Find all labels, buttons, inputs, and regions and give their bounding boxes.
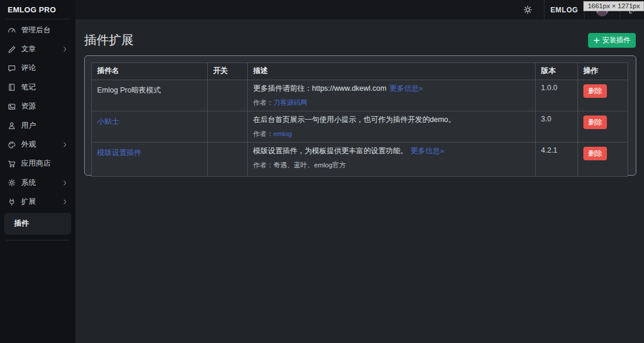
sidebar-item-app-store[interactable]: 应用商店 xyxy=(0,154,75,173)
palette-icon xyxy=(8,141,16,149)
column-header-name: 插件名 xyxy=(92,63,208,80)
theme-toggle-button[interactable] xyxy=(511,0,544,19)
sidebar-item-articles[interactable]: 文章 xyxy=(0,39,75,58)
chevron-right-icon xyxy=(62,180,68,186)
plugin-name[interactable]: 模版设置插件 xyxy=(92,143,208,177)
plugin-version: 4.2.1 xyxy=(536,143,578,177)
main-content: 插件扩展 安装插件 插件名 开关 描述 版本 操作 Emlog Pr xyxy=(75,19,644,343)
sidebar-item-label: 用户 xyxy=(21,121,36,131)
sidebar-item-label: 管理后台 xyxy=(21,25,51,35)
sidebar: EMLOG PRO 管理后台 文章 评论 笔记 资源 用户 外 xyxy=(0,0,75,343)
more-info-link[interactable]: 更多信息» xyxy=(389,84,423,93)
user-icon xyxy=(8,121,16,130)
sidebar-item-label: 评论 xyxy=(21,63,36,73)
sidebar-item-label: 扩展 xyxy=(21,197,36,207)
comment-icon xyxy=(8,64,16,72)
sidebar-item-extensions[interactable]: 扩展 xyxy=(0,193,75,212)
gear-icon xyxy=(8,179,16,187)
page-title: 插件扩展 xyxy=(84,32,134,48)
table-header-row: 插件名 开关 描述 版本 操作 xyxy=(92,63,628,80)
extensions-submenu: 插件 xyxy=(4,213,71,235)
delete-button[interactable]: 删除 xyxy=(583,84,607,98)
sidebar-item-label: 资源 xyxy=(21,101,36,111)
plugin-author-line: 作者：emlog xyxy=(253,130,530,138)
column-header-switch: 开关 xyxy=(208,63,248,80)
page-header: 插件扩展 安装插件 xyxy=(84,29,636,51)
chevron-right-icon xyxy=(62,47,68,52)
plugin-author-line: 作者：奇遇、蓝叶、emlog官方 xyxy=(253,161,530,170)
viewport-size-tooltip: 1661px × 1271px xyxy=(583,1,644,11)
sidebar-item-comments[interactable]: 评论 xyxy=(0,59,75,78)
plugin-description: 在后台首页展示一句使用小提示，也可作为插件开发的demo。 xyxy=(253,115,530,125)
sidebar-item-label: 笔记 xyxy=(21,83,36,93)
column-header-desc: 描述 xyxy=(248,63,536,80)
plugin-author-line: 作者：刀客源码网 xyxy=(253,98,530,107)
sidebar-item-label: 外观 xyxy=(21,140,36,150)
author-link[interactable]: emlog xyxy=(274,130,292,137)
topbar: EMLOG xyxy=(75,0,644,19)
author-link[interactable]: 刀客源码网 xyxy=(274,99,308,106)
column-header-version: 版本 xyxy=(536,63,578,80)
sidebar-item-label: 应用商店 xyxy=(21,159,51,169)
sidebar-item-system[interactable]: 系统 xyxy=(0,173,75,192)
more-info-link[interactable]: 更多信息» xyxy=(411,147,444,155)
cart-icon xyxy=(8,160,16,168)
plugin-version: 1.0.0 xyxy=(536,80,578,111)
chevron-right-icon xyxy=(62,142,68,147)
author-link[interactable]: 奇遇、蓝叶、emlog官方 xyxy=(274,161,346,169)
plugins-card: 插件名 开关 描述 版本 操作 Emlog Pro暗夜模式 更多插件请前往：ht… xyxy=(84,55,636,176)
sun-icon xyxy=(523,5,532,14)
table-row: 小贴士 在后台首页展示一句使用小提示，也可作为插件开发的demo。 作者：eml… xyxy=(92,111,628,143)
sidebar-subitem-plugins[interactable]: 插件 xyxy=(4,213,71,235)
delete-button[interactable]: 删除 xyxy=(583,147,607,160)
column-header-action: 操作 xyxy=(578,63,628,80)
image-icon xyxy=(8,103,16,111)
plug-icon xyxy=(8,198,16,206)
sidebar-item-label: 系统 xyxy=(21,178,36,188)
pencil-icon xyxy=(8,45,16,54)
plugin-name: Emlog Pro暗夜模式 xyxy=(92,80,208,111)
notebook-icon xyxy=(8,83,16,91)
chevron-right-icon xyxy=(62,199,68,205)
sidebar-item-notes[interactable]: 笔记 xyxy=(0,78,75,97)
dashboard-icon xyxy=(8,26,16,34)
plugin-name[interactable]: 小贴士 xyxy=(92,111,208,143)
sidebar-item-dashboard[interactable]: 管理后台 xyxy=(0,21,75,39)
plus-icon xyxy=(593,37,600,44)
delete-button[interactable]: 删除 xyxy=(583,116,607,129)
install-plugin-button[interactable]: 安装插件 xyxy=(588,33,636,48)
table-row: 模版设置插件 模版设置插件，为模板提供更丰富的设置功能。更多信息» 作者：奇遇、… xyxy=(92,143,628,177)
install-plugin-label: 安装插件 xyxy=(602,35,630,45)
plugins-table: 插件名 开关 描述 版本 操作 Emlog Pro暗夜模式 更多插件请前往：ht… xyxy=(91,62,628,177)
table-row: Emlog Pro暗夜模式 更多插件请前往：https://www.dkewl.… xyxy=(92,80,628,111)
plugin-description: 模版设置插件，为模板提供更丰富的设置功能。更多信息» xyxy=(253,146,530,156)
site-home-link[interactable]: EMLOG xyxy=(545,0,584,19)
sidebar-nav: 管理后台 文章 评论 笔记 资源 用户 外观 应用 xyxy=(0,19,75,240)
sidebar-divider xyxy=(6,240,69,240)
brand-logo[interactable]: EMLOG PRO xyxy=(0,0,75,19)
sidebar-item-resources[interactable]: 资源 xyxy=(0,97,75,116)
plugin-version: 3.0 xyxy=(536,111,578,143)
sidebar-item-appearance[interactable]: 外观 xyxy=(0,135,75,154)
plugin-description: 更多插件请前往：https://www.dkewl.com更多信息» xyxy=(253,84,530,94)
sidebar-item-label: 文章 xyxy=(21,44,36,54)
sidebar-item-users[interactable]: 用户 xyxy=(0,116,75,135)
